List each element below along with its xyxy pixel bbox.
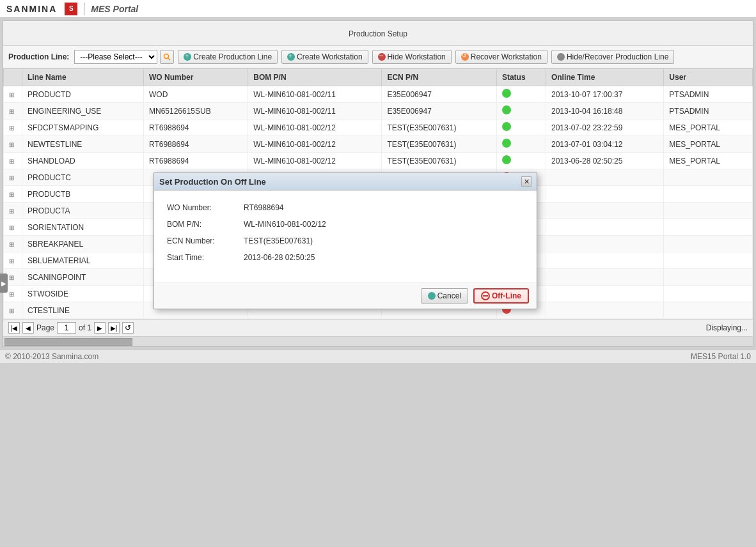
hide-recover-icon [557,53,565,61]
col-header-ecn-pn: ECN P/N [382,69,497,86]
expand-icon[interactable]: ⊞ [9,258,14,265]
expand-icon[interactable]: ⊞ [9,291,14,298]
line-name-cell: SFDCPTSMAPPING [22,119,144,136]
line-name-cell: PRODUCTD [22,86,144,103]
expand-icon[interactable]: ⊞ [9,108,14,115]
status-badge[interactable] [502,139,511,148]
ecn-pn-cell: TEST(E35E007631) [382,136,497,153]
expand-icon[interactable]: ⊞ [9,241,14,248]
expand-icon[interactable]: ⊞ [9,307,14,314]
bom-pn-value: WL-MIN610-081-002/12 [244,220,326,229]
hide-icon [378,53,386,61]
status-badge[interactable] [502,89,511,98]
expand-icon[interactable]: ⊞ [9,125,14,132]
col-header-expand [4,69,22,86]
bom-pn-cell: WL-MIN610-081-002/11 [248,103,382,119]
bom-pn-cell: WL-MIN610-081-002/11 [248,86,382,103]
col-header-online-time: Online Time [546,69,663,86]
user-cell [664,203,753,219]
pagination-bar: |◀ ◀ Page 1 of 1 ▶ ▶| ↺ Displaying... [3,319,753,336]
online-time-cell [546,252,663,269]
horizontal-scrollbar[interactable] [3,336,753,346]
expand-icon[interactable]: ⊞ [9,274,14,281]
scroll-thumb[interactable] [4,338,132,346]
table-row[interactable]: ⊞SFDCPTSMAPPINGRT6988694WL-MIN610-081-00… [4,119,753,136]
create-production-button[interactable]: Create Production Line [178,50,278,64]
bom-pn-cell: WL-MIN610-081-002/12 [248,136,382,153]
line-name-cell: SHANDLOAD [22,153,144,169]
expand-icon[interactable]: ⊞ [9,158,14,165]
user-cell: MES_PORTAL [664,119,753,136]
user-cell: PTSADMIN [664,86,753,103]
line-name-cell: PRODUCTB [22,186,144,203]
table-header-row: Line Name WO Number BOM P/N ECN P/N Stat… [4,69,753,86]
status-badge[interactable] [502,122,511,131]
header-divider [84,3,84,15]
line-name-cell: ENGINEERING_USE [22,103,144,119]
table-row[interactable]: ⊞SHANDLOADRT6988694WL-MIN610-081-002/12T… [4,153,753,169]
refresh-button[interactable]: ↺ [122,322,134,334]
wo-number-value: RT6988694 [244,203,284,212]
status-badge[interactable] [502,155,511,164]
page-number-input[interactable]: 1 [57,322,76,334]
portal-title: MES Portal [91,4,138,14]
cancel-button[interactable]: Cancel [421,288,468,304]
online-time-cell: 2013-06-28 02:50:25 [546,153,663,169]
copyright: © 2010-2013 Sanmina.com [5,352,98,361]
expand-icon[interactable]: ⊞ [9,224,14,231]
ecn-number-value: TEST(E35E007631) [244,236,313,245]
line-name-cell: SORIENTATION [22,219,144,236]
status-badge[interactable] [502,105,511,114]
recover-workstation-button[interactable]: Recover Workstation [455,50,547,64]
modal-header: Set Production On Off Line ✕ [154,173,537,190]
table-row[interactable]: ⊞PRODUCTDWODWL-MIN610-081-002/11E35E0069… [4,86,753,103]
offline-button[interactable]: Off-Line [473,288,529,304]
page-title: Production Setup [3,21,753,46]
status-cell [496,119,546,136]
expand-icon[interactable]: ⊞ [9,208,14,215]
ecn-number-label: ECN Number: [167,236,244,245]
wo-number-label: WO Number: [167,203,244,212]
wo-number-cell: RT6988694 [143,153,248,169]
online-time-cell: 2013-07-02 23:22:59 [546,119,663,136]
production-line-select[interactable]: ---Please Select--- [74,50,157,64]
line-name-cell: PRODUCTA [22,203,144,219]
expand-icon[interactable]: ⊞ [9,141,14,148]
bom-pn-cell: WL-MIN610-081-002/12 [248,153,382,169]
prev-page-button[interactable]: ◀ [22,322,34,334]
table-row[interactable]: ⊞NEWTESTLINERT6988694WL-MIN610-081-002/1… [4,136,753,153]
col-header-wo-number: WO Number [143,69,248,86]
ecn-pn-cell: TEST(E35E007631) [382,119,497,136]
hide-workstation-button[interactable]: Hide Workstation [372,50,452,64]
cancel-label: Cancel [437,291,461,300]
status-cell [496,103,546,119]
modal-close-button[interactable]: ✕ [521,176,532,187]
last-page-button[interactable]: ▶| [108,322,120,334]
user-cell: MES_PORTAL [664,153,753,169]
start-time-field: Start Time: 2013-06-28 02:50:25 [167,253,524,262]
recover-icon [461,53,469,61]
first-page-button[interactable]: |◀ [8,322,20,334]
wo-number-cell: RT6988694 [143,119,248,136]
search-button[interactable] [160,50,174,64]
expand-icon[interactable]: ⊞ [9,174,14,181]
user-cell [664,186,753,203]
user-cell [664,219,753,236]
wo-number-cell: WOD [143,86,248,103]
expand-icon[interactable]: ⊞ [9,191,14,198]
bom-pn-label: BOM P/N: [167,220,244,229]
user-cell [664,302,753,319]
hide-recover-production-button[interactable]: Hide/Recover Production Line [551,50,674,64]
toolbar: Production Line: ---Please Select--- Cre… [3,46,753,68]
create-workstation-button[interactable]: Create Workstation [281,50,368,64]
next-page-button[interactable]: ▶ [94,322,106,334]
online-time-cell [546,236,663,252]
side-arrow[interactable]: ▶ [0,274,8,293]
logo-text: SANMINA [6,4,57,14]
expand-icon[interactable]: ⊞ [9,91,14,98]
wo-number-field: WO Number: RT6988694 [167,203,524,212]
status-cell [496,136,546,153]
online-time-cell: 2013-10-04 16:18:48 [546,103,663,119]
start-time-value: 2013-06-28 02:50:25 [244,253,315,262]
table-row[interactable]: ⊞ENGINEERING_USEMN65126615SUBWL-MIN610-0… [4,103,753,119]
